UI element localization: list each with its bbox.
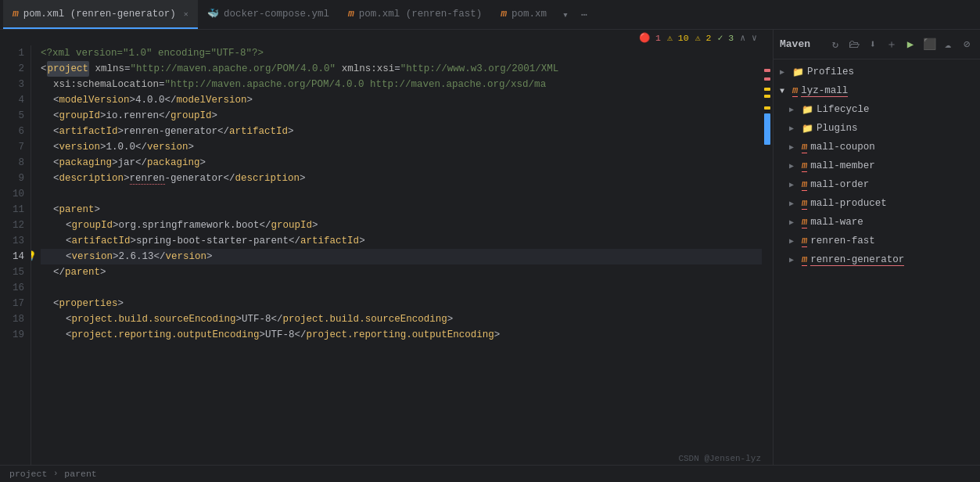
- tab-pom-generator[interactable]: m pom.xml (renren-generator) ✕: [3, 0, 198, 29]
- maven-module-icon: m: [792, 85, 798, 97]
- tree-item-renren-fast[interactable]: ▶ m renren-fast: [774, 232, 980, 250]
- code-line-7: <version>1.0.0</version>: [41, 139, 762, 155]
- renren-generator-label: renren-generator: [810, 254, 904, 266]
- error-marker: [764, 69, 770, 72]
- lyz-mall-label: lyz-mall: [801, 85, 848, 97]
- chevron-right-icon: ▶: [789, 199, 799, 208]
- line-num: 1: [9, 45, 24, 61]
- cloud-button[interactable]: ☁: [941, 38, 955, 52]
- add-button[interactable]: ＋: [885, 38, 899, 52]
- chevron-down-icon: ▼: [780, 87, 789, 95]
- tree-item-lyz-mall[interactable]: ▼ m lyz-mall: [774, 81, 980, 100]
- refresh-button[interactable]: ↻: [828, 38, 842, 52]
- code-area[interactable]: <?xml version="1.0" encoding="UTF-8"?> <…: [31, 45, 762, 465]
- maven-title: Maven: [780, 38, 824, 50]
- editor-content: 1 2 3 4 5 6 7 8 9 10 11 12 13 14 15 16 1…: [0, 45, 773, 465]
- maven-module-icon: m: [802, 160, 807, 172]
- line-num-current: 14: [9, 249, 24, 264]
- folder-icon: 📁: [802, 123, 813, 135]
- maven-tree: ▶ 📁 Profiles ▼ m lyz-mall ▶ 📁 Lifecycle …: [774, 59, 980, 465]
- line-num: 13: [9, 233, 24, 249]
- maven-icon: m: [501, 8, 507, 20]
- mall-producet-label: mall-producet: [810, 198, 887, 209]
- skip-button[interactable]: ⊘: [960, 38, 974, 52]
- tab-label: pom.xm: [512, 9, 547, 20]
- maven-module-icon: m: [802, 254, 807, 266]
- tree-item-mall-producet[interactable]: ▶ m mall-producet: [774, 194, 980, 213]
- tree-item-renren-generator[interactable]: ▶ m renren-generator: [774, 250, 980, 269]
- tab-pom-4[interactable]: m pom.xm: [491, 0, 556, 29]
- tab-close-icon[interactable]: ✕: [184, 9, 188, 19]
- maven-icon: m: [348, 8, 354, 20]
- folder-button[interactable]: 🗁: [847, 38, 861, 52]
- chevron-right-icon: ▶: [789, 105, 799, 114]
- line-num: 10: [9, 186, 24, 202]
- more-options-icon: ⋯: [581, 9, 587, 21]
- plugins-label: Plugins: [817, 123, 858, 134]
- bulb-icon[interactable]: 💡: [31, 249, 37, 264]
- editor-area: 🔴 1 ⚠ 10 ⚠ 2 ✓ 3 ∧ ∨ 1 2 3 4 5 6 7 8 9 1…: [0, 30, 773, 465]
- maven-icon: m: [13, 8, 19, 20]
- tree-item-mall-coupon[interactable]: ▶ m mall-coupon: [774, 138, 980, 156]
- tab-docker-compose[interactable]: 🐳 docker-compose.yml: [198, 0, 339, 29]
- profiles-label: Profiles: [807, 67, 854, 77]
- run-button[interactable]: ▶: [903, 38, 917, 52]
- mall-coupon-label: mall-coupon: [810, 142, 875, 153]
- maven-toolbar: Maven ↻ 🗁 ⬇ ＋ ▶ ⬛ ☁ ⊘: [774, 30, 980, 59]
- chevron-right-icon: ▶: [789, 236, 799, 246]
- expand-icon[interactable]: ∧: [740, 32, 745, 43]
- warning-marker: [764, 88, 770, 91]
- mall-ware-label: mall-ware: [810, 217, 863, 228]
- tree-item-mall-order[interactable]: ▶ m mall-order: [774, 175, 980, 194]
- tree-item-lifecycle[interactable]: ▶ 📁 Lifecycle: [774, 100, 980, 119]
- line-num: 12: [9, 218, 24, 233]
- error-marker: [764, 77, 770, 81]
- warning2-badge: ⚠ 2: [695, 32, 712, 43]
- line-num: 19: [9, 327, 24, 343]
- tab-label: pom.xml (renren-fast): [359, 9, 483, 20]
- tab-pom-fast[interactable]: m pom.xml (renren-fast): [339, 0, 491, 29]
- code-line-4: <modelVersion>4.0.0</modelVersion>: [41, 92, 762, 108]
- line-numbers: 1 2 3 4 5 6 7 8 9 10 11 12 13 14 15 16 1…: [0, 45, 31, 465]
- code-line-18: <project.build.sourceEncoding>UTF-8</pro…: [41, 311, 762, 327]
- scroll-thumb[interactable]: [764, 113, 770, 145]
- line-num: 3: [9, 77, 24, 92]
- code-line-8: <packaging>jar</packaging>: [41, 155, 762, 171]
- renren-fast-label: renren-fast: [810, 236, 875, 246]
- folder-icon: 📁: [792, 67, 804, 78]
- tab-overflow-button[interactable]: ▾: [556, 9, 575, 21]
- ok-badge: ✓ 3: [717, 32, 734, 43]
- chevron-right-icon: ▶: [780, 67, 789, 77]
- tree-item-mall-ware[interactable]: ▶ m mall-ware: [774, 213, 980, 232]
- code-line-9: <description>renren-generator</descripti…: [41, 171, 762, 186]
- code-line-14: 💡 <version>2.6.13</version>: [41, 249, 762, 264]
- line-num: 6: [9, 124, 24, 139]
- tab-label: docker-compose.yml: [224, 9, 329, 20]
- status-bar: project › parent: [0, 465, 980, 482]
- line-num: 5: [9, 108, 24, 124]
- code-line-12: <groupId>org.springframework.boot</group…: [41, 218, 762, 233]
- code-line-10: [41, 186, 762, 202]
- tab-menu-button[interactable]: ⋯: [575, 9, 594, 21]
- chevron-right-icon: ▶: [789, 124, 799, 133]
- warning-badge: ⚠ 10: [667, 32, 689, 43]
- maven-module-icon: m: [802, 198, 807, 210]
- download-button[interactable]: ⬇: [866, 38, 880, 52]
- maven-module-icon: m: [802, 236, 807, 247]
- line-num: 8: [9, 155, 24, 171]
- line-num: 11: [9, 202, 24, 218]
- collapse-icon[interactable]: ∨: [752, 32, 757, 43]
- code-line-3: xsi:schemaLocation="http://maven.apache.…: [41, 77, 762, 92]
- tree-item-profiles[interactable]: ▶ 📁 Profiles: [774, 63, 980, 81]
- tab-label: pom.xml (renren-generator): [23, 9, 176, 20]
- tree-item-mall-member[interactable]: ▶ m mall-member: [774, 156, 980, 175]
- code-line-13: <artifactId>spring-boot-starter-parent</…: [41, 233, 762, 249]
- error-badge: 🔴 1: [639, 32, 661, 43]
- warning-marker: [764, 95, 770, 98]
- warning-marker: [764, 106, 770, 110]
- stop-button[interactable]: ⬛: [922, 38, 936, 52]
- error-bar: 🔴 1 ⚠ 10 ⚠ 2 ✓ 3 ∧ ∨: [0, 30, 773, 45]
- code-line-5: <groupId>io.renren</groupId>: [41, 108, 762, 124]
- status-parent: parent: [64, 469, 96, 479]
- tree-item-plugins[interactable]: ▶ 📁 Plugins: [774, 119, 980, 138]
